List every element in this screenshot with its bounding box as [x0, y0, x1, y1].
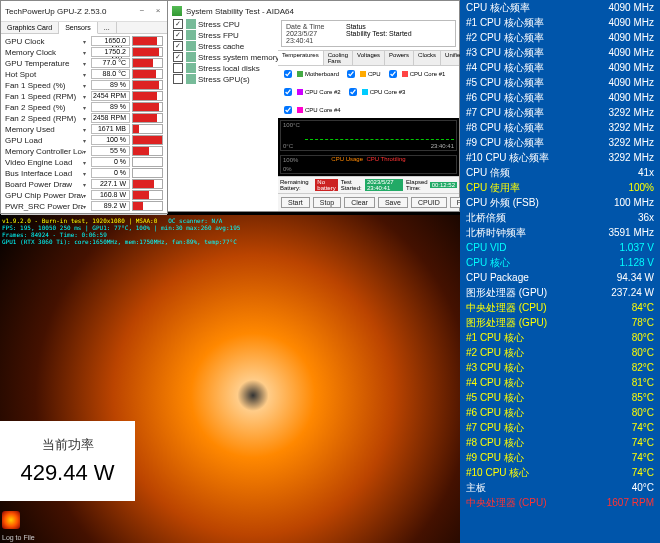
chevron-down-icon[interactable]: ▾ [83, 137, 89, 143]
cpu-usage-legend: CPU Usage [331, 156, 363, 162]
chevron-down-icon[interactable]: ▾ [83, 159, 89, 165]
sensor-bar [132, 113, 163, 123]
checkbox-icon[interactable]: ✓ [173, 30, 183, 40]
sensor-label: Memory Controller Load [5, 147, 83, 156]
chevron-down-icon[interactable]: ▾ [83, 126, 89, 132]
graph-tab[interactable]: Voltages [353, 51, 385, 65]
legend-item[interactable]: CPU Core #1 [385, 67, 446, 81]
chevron-down-icon[interactable]: ▾ [83, 115, 89, 121]
monitor-row: #6 CPU 核心频率4090 MHz [460, 90, 660, 105]
legend-checkbox[interactable] [284, 106, 292, 114]
start-button[interactable]: Start [281, 197, 310, 208]
monitor-label: 主板 [466, 481, 632, 494]
monitor-value: 4090 MHz [608, 1, 654, 14]
graph-tab[interactable]: Powers [385, 51, 414, 65]
legend-checkbox[interactable] [284, 70, 292, 78]
graph-tab[interactable]: Clocks [414, 51, 441, 65]
sensor-value: 1671 MB [91, 124, 130, 134]
sensor-bar [132, 102, 163, 112]
legend-checkbox[interactable] [349, 88, 357, 96]
monitor-row: #9 CPU 核心频率3292 MHz [460, 135, 660, 150]
stress-option[interactable]: ✓Stress cache [170, 41, 280, 51]
checkbox-icon[interactable]: ✓ [173, 19, 183, 29]
gpuz-window: TechPowerUp GPU-Z 2.53.0 − × Graphics Ca… [0, 0, 168, 214]
checkbox-icon[interactable] [173, 63, 183, 73]
monitor-label: #10 CPU 核心频率 [466, 151, 608, 164]
chevron-down-icon[interactable]: ▾ [83, 82, 89, 88]
monitor-label: #10 CPU 核心 [466, 466, 632, 479]
chevron-down-icon[interactable]: ▾ [83, 71, 89, 77]
chip-icon [186, 74, 196, 84]
clear-button[interactable]: Clear [344, 197, 375, 208]
chevron-down-icon[interactable]: ▾ [83, 203, 89, 209]
power-overlay: 当前功率 429.44 W [0, 421, 135, 501]
gpuz-title: TechPowerUp GPU-Z 2.53.0 [5, 7, 131, 16]
monitor-label: #2 CPU 核心频率 [466, 31, 608, 44]
legend-item[interactable]: CPU Core #4 [280, 103, 341, 117]
axis2-bot: 0% [283, 166, 292, 172]
monitor-label: #1 CPU 核心频率 [466, 16, 608, 29]
chevron-down-icon[interactable]: ▾ [83, 192, 89, 198]
checkbox-icon[interactable]: ✓ [173, 41, 183, 51]
monitor-row: 图形处理器 (GPU)78°C [460, 315, 660, 330]
monitor-value: 81°C [632, 376, 654, 389]
tab-sensors[interactable]: Sensors [59, 22, 98, 34]
sensor-bar [132, 168, 163, 178]
legend-checkbox[interactable] [284, 88, 292, 96]
monitor-value: 1.037 V [620, 241, 654, 254]
chip-icon [186, 63, 196, 73]
flame-icon [2, 511, 20, 529]
stress-option[interactable]: ✓Stress CPU [170, 19, 280, 29]
stress-option[interactable]: Stress GPU(s) [170, 74, 280, 84]
sensor-label: Hot Spot [5, 70, 83, 79]
stop-button[interactable]: Stop [313, 197, 341, 208]
monitor-value: 74°C [632, 436, 654, 449]
graph-tab[interactable]: Temperatures [278, 51, 324, 65]
checkbox-icon[interactable] [173, 74, 183, 84]
sensor-bar [132, 179, 163, 189]
close-icon[interactable]: × [153, 6, 163, 16]
gpuz-titlebar[interactable]: TechPowerUp GPU-Z 2.53.0 − × [1, 1, 167, 22]
monitor-value: 80°C [632, 331, 654, 344]
legend-checkbox[interactable] [347, 70, 355, 78]
monitor-panel: CPU 核心频率4090 MHz#1 CPU 核心频率4090 MHz#2 CP… [460, 0, 660, 543]
tab-graphics-card[interactable]: Graphics Card [1, 22, 59, 33]
info-status-value: Stability Test: Started [346, 30, 412, 44]
monitor-value: 80°C [632, 346, 654, 359]
stress-option[interactable]: ✓Stress FPU [170, 30, 280, 40]
monitor-row: #7 CPU 核心频率3292 MHz [460, 105, 660, 120]
legend-label: CPU [368, 71, 381, 77]
chevron-down-icon[interactable]: ▾ [83, 181, 89, 187]
stress-option[interactable]: Stress local disks [170, 63, 280, 73]
batt-value: No battery [315, 179, 337, 191]
legend-checkbox[interactable] [389, 70, 397, 78]
chevron-down-icon[interactable]: ▾ [83, 60, 89, 66]
chevron-down-icon[interactable]: ▾ [83, 104, 89, 110]
log-to-file-text[interactable]: Log to File [2, 534, 35, 541]
chevron-down-icon[interactable]: ▾ [83, 93, 89, 99]
legend-item[interactable]: CPU Core #2 [280, 85, 341, 99]
chevron-down-icon[interactable]: ▾ [83, 170, 89, 176]
chevron-down-icon[interactable]: ▾ [83, 38, 89, 44]
graph-tab[interactable]: Cooling Fans [324, 51, 353, 65]
stress-option[interactable]: ✓Stress system memory [170, 52, 280, 62]
monitor-label: 北桥时钟频率 [466, 226, 608, 239]
aida-buttons: StartStopClearSaveCPUIDPreferences [278, 193, 459, 211]
chevron-down-icon[interactable]: ▾ [83, 49, 89, 55]
monitor-row: #10 CPU 核心74°C [460, 465, 660, 480]
monitor-label: #7 CPU 核心频率 [466, 106, 608, 119]
monitor-row: #4 CPU 核心81°C [460, 375, 660, 390]
legend-item[interactable]: CPU Core #3 [345, 85, 406, 99]
monitor-row: 图形处理器 (GPU)237.24 W [460, 285, 660, 300]
chevron-down-icon[interactable]: ▾ [83, 148, 89, 154]
save-button[interactable]: Save [378, 197, 408, 208]
tab-more[interactable]: ... [98, 22, 117, 33]
legend-item[interactable]: CPU [343, 67, 381, 81]
minimize-icon[interactable]: − [137, 6, 147, 16]
sensor-row: Hot Spot▾88.0 °C [5, 69, 163, 79]
cpuid-button[interactable]: CPUID [411, 197, 447, 208]
monitor-label: CPU 核心 [466, 256, 620, 269]
legend-item[interactable]: Motherboard [280, 67, 339, 81]
sensor-bar [132, 135, 163, 145]
checkbox-icon[interactable]: ✓ [173, 52, 183, 62]
